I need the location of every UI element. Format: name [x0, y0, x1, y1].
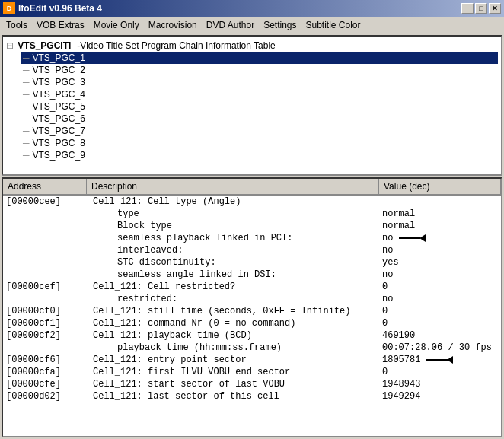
menu-macrovision[interactable]: Macrovision [144, 18, 202, 32]
cell-address: [00000cfa] [3, 366, 87, 378]
cell-value: 00:07:28.06 / 30 fps [379, 342, 501, 354]
cell-description: interleaved: [87, 244, 379, 256]
table-row: [00000cf2]Cell_121: playback time (BCD)4… [3, 329, 501, 342]
menu-vob-extras[interactable]: VOB Extras [32, 18, 89, 32]
table-row: [00000cfe]Cell_121: start sector of last… [3, 378, 501, 390]
menu-tools[interactable]: Tools [2, 18, 32, 32]
cell-value: 1949294 [379, 390, 501, 402]
menu-dvd-author[interactable]: DVD Author [202, 18, 259, 32]
table-row: [00000cf0]Cell_121: still time (seconds,… [3, 305, 501, 317]
header-value: Value (dec) [379, 179, 501, 194]
cell-value: yes [379, 256, 501, 269]
cell-value: 0 [379, 366, 501, 378]
tree-node-vts_pgc_3[interactable]: ─VTS_PGC_3 [21, 76, 498, 88]
table-row: STC discontinuity:yes [3, 256, 501, 269]
table-row: typenormal [3, 208, 501, 220]
table-row: seamless angle linked in DSI:no [3, 269, 501, 281]
tree-children: ─VTS_PGC_1─VTS_PGC_2─VTS_PGC_3─VTS_PGC_4… [21, 52, 498, 161]
table-row: [00000cee]Cell_121: Cell type (Angle) [3, 196, 501, 208]
cell-description: seamless angle linked in DSI: [87, 269, 379, 281]
cell-address [3, 220, 87, 232]
cell-value: no [379, 232, 501, 244]
tree-root: ⊟ VTS_PGCITI -Video Title Set Program Ch… [6, 40, 498, 52]
cell-address [3, 232, 87, 244]
cell-description: Cell_121: last sector of this cell [87, 390, 379, 402]
cell-description: restricted: [87, 293, 379, 305]
cell-value: no [379, 269, 501, 281]
cell-value: normal [379, 208, 501, 220]
tree-node-vts_pgc_8[interactable]: ─VTS_PGC_8 [21, 137, 498, 149]
tree-root-title: VTS_PGCITI [18, 40, 71, 51]
cell-address: [00000cef] [3, 281, 87, 293]
cell-address: [00000d02] [3, 390, 87, 402]
cell-description: Cell_121: playback time (BCD) [87, 329, 379, 342]
cell-description: Cell_121: Cell restricted? [87, 281, 379, 293]
cell-value: 0 [379, 317, 501, 329]
table-row: seamless playback linked in PCI:no [3, 232, 501, 244]
cell-description: playback time (hh:mm:ss.frame) [87, 342, 379, 354]
cell-description: type [87, 208, 379, 220]
window-title: IfoEdit v0.96 Beta 4 [18, 3, 461, 14]
cell-description: Cell_121: Cell type (Angle) [87, 196, 379, 208]
menu-movie-only[interactable]: Movie Only [89, 18, 144, 32]
grid-header: Address Description Value (dec) [3, 179, 501, 196]
cell-description: Block type [87, 220, 379, 232]
cell-value: 1805781 [379, 354, 501, 366]
cell-value: no [379, 244, 501, 256]
table-row: playback time (hh:mm:ss.frame)00:07:28.0… [3, 342, 501, 354]
cell-address: [00000cf6] [3, 354, 87, 366]
tree-node-vts_pgc_2[interactable]: ─VTS_PGC_2 [21, 64, 498, 76]
cell-address: [00000cf0] [3, 305, 87, 317]
table-row: [00000cef]Cell_121: Cell restricted?0 [3, 281, 501, 293]
cell-description: Cell_121: still time (seconds, 0xFF = In… [87, 305, 379, 317]
tree-panel[interactable]: ⊟ VTS_PGCITI -Video Title Set Program Ch… [2, 35, 502, 176]
data-grid: Address Description Value (dec) [00000ce… [2, 177, 502, 437]
tree-node-vts_pgc_4[interactable]: ─VTS_PGC_4 [21, 88, 498, 100]
tree-node-vts_pgc_6[interactable]: ─VTS_PGC_6 [21, 113, 498, 125]
menu-subtitle-color[interactable]: Subtitle Color [301, 18, 365, 32]
tree-node-vts_pgc_5[interactable]: ─VTS_PGC_5 [21, 100, 498, 113]
cell-address: [00000cf1] [3, 317, 87, 329]
table-row: [00000cfa]Cell_121: first ILVU VOBU end … [3, 366, 501, 378]
tree-node-vts_pgc_9[interactable]: ─VTS_PGC_9 [21, 149, 498, 161]
cell-value: normal [379, 220, 501, 232]
table-row: interleaved:no [3, 244, 501, 256]
grid-body[interactable]: [00000cee]Cell_121: Cell type (Angle)typ… [3, 196, 501, 436]
cell-address [3, 244, 87, 256]
cell-address: [00000cf2] [3, 329, 87, 342]
window-controls[interactable]: _ □ ✕ [461, 3, 501, 14]
cell-description: Cell_121: start sector of last VOBU [87, 378, 379, 390]
menu-settings[interactable]: Settings [259, 18, 301, 32]
cell-value: no [379, 293, 501, 305]
cell-address [3, 256, 87, 269]
table-row: Block typenormal [3, 220, 501, 232]
cell-address: [00000cee] [3, 196, 87, 208]
cell-address [3, 208, 87, 220]
cell-value: 469190 [379, 329, 501, 342]
menu-bar: Tools VOB Extras Movie Only Macrovision … [0, 17, 504, 33]
tree-root-desc: -Video Title Set Program Chain Informati… [77, 40, 275, 51]
cell-description: Cell_121: entry point sector [87, 354, 379, 366]
cell-description: Cell_121: first ILVU VOBU end sector [87, 366, 379, 378]
maximize-button[interactable]: □ [475, 3, 487, 14]
main-content: ⊟ VTS_PGCITI -Video Title Set Program Ch… [0, 33, 504, 439]
app-icon: D [3, 2, 15, 14]
cell-address: [00000cfe] [3, 378, 87, 390]
table-row: [00000cf1]Cell_121: command Nr (0 = no c… [3, 317, 501, 329]
cell-address [3, 342, 87, 354]
cell-value: 0 [379, 281, 501, 293]
cell-value [379, 196, 501, 208]
cell-value: 0 [379, 305, 501, 317]
header-address: Address [3, 179, 87, 194]
title-bar: D IfoEdit v0.96 Beta 4 _ □ ✕ [0, 0, 504, 17]
tree-node-vts_pgc_1[interactable]: ─VTS_PGC_1 [21, 52, 498, 64]
table-row: restricted:no [3, 293, 501, 305]
tree-node-vts_pgc_7[interactable]: ─VTS_PGC_7 [21, 125, 498, 137]
close-button[interactable]: ✕ [489, 3, 501, 14]
header-description: Description [87, 179, 379, 194]
minimize-button[interactable]: _ [461, 3, 474, 14]
cell-address [3, 293, 87, 305]
table-row: [00000cf6]Cell_121: entry point sector18… [3, 354, 501, 366]
cell-description: Cell_121: command Nr (0 = no command) [87, 317, 379, 329]
cell-description: STC discontinuity: [87, 256, 379, 269]
